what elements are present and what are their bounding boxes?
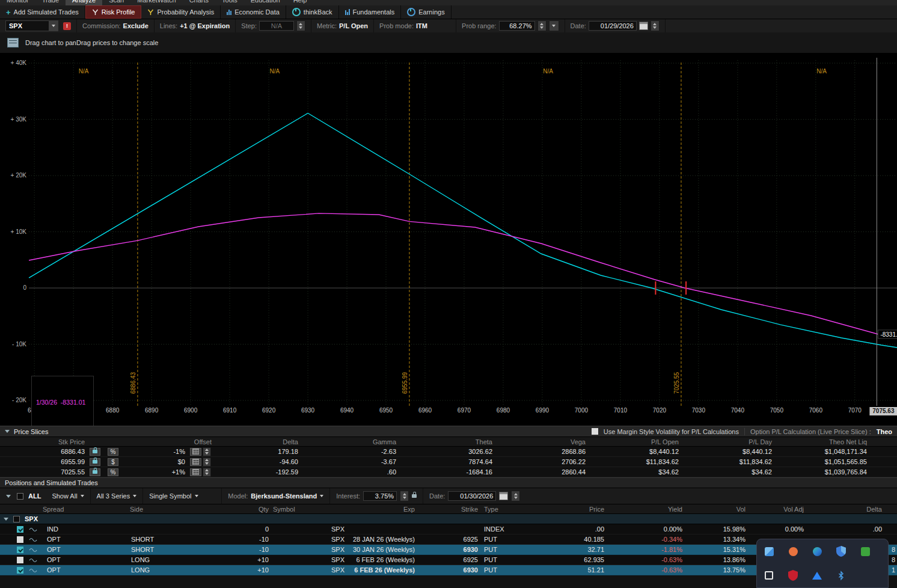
menu-item-marketwatch[interactable]: MarketWatch [130,0,182,5]
margin-style-volatility-checkbox[interactable] [592,428,598,435]
date-spinner[interactable] [651,20,660,31]
drive-triangle-icon[interactable] [811,569,823,581]
positions-date-input[interactable]: 01/30/2026 [448,491,496,501]
alert-icon[interactable]: ! [63,22,71,30]
windows-app-icon[interactable] [763,545,775,557]
green-app-icon[interactable] [859,545,871,557]
price-slice-row[interactable]: 7025.55 % +1% -192.59 .60 -1684.16 2860.… [0,467,897,477]
prob-mode-group[interactable]: Prob mode: ITM [374,19,456,32]
interest-spinner[interactable] [400,491,409,501]
step-spinner[interactable] [296,20,305,31]
prob-range-input[interactable]: 68.27% [499,21,535,31]
slice-unit-toggle-button[interactable]: % [108,448,118,456]
collapse-arrow[interactable] [4,518,8,521]
positions-date-spinner[interactable] [511,491,520,501]
wave-icon[interactable] [29,547,37,553]
interest-input[interactable]: 3.75% [363,491,397,501]
wave-icon[interactable] [29,527,37,532]
chart-settings-icon[interactable] [7,38,19,47]
metric-group[interactable]: Metric: P/L Open [311,19,374,32]
interest-lock-icon[interactable] [412,494,417,498]
cell-side: LONG [124,556,193,563]
col-gamma: Gamma [301,438,399,446]
probability-analysis-tab[interactable]: Probability Analysis [141,5,221,19]
slice-offset-spinner[interactable] [203,458,211,467]
menu-item-scan[interactable]: Scan [102,0,130,5]
slice-calculator-button[interactable] [190,468,201,476]
lines-group[interactable]: Lines: +1 @ Expiration [155,19,236,32]
menu-item-charts[interactable]: Charts [183,0,215,5]
all-checkbox[interactable] [17,493,23,500]
slice-calculator-button[interactable] [190,458,201,466]
step-input[interactable]: N/A [259,21,294,31]
earnings-tab[interactable]: Earnings [401,5,451,19]
cell-delta: .00 [807,525,897,533]
symbol-combo[interactable]: SPX [5,20,58,31]
security-shield-icon[interactable] [835,545,847,557]
show-all-dropdown[interactable]: Show All [46,488,90,504]
divider [744,428,745,435]
slice-delta: -94.60 [214,458,301,465]
risk-profile-tab[interactable]: Risk Profile [85,5,142,19]
row-checkbox[interactable] [17,536,23,543]
row-checkbox[interactable] [17,557,23,563]
notes-app-icon[interactable] [763,569,775,581]
add-simulated-trades-button[interactable]: + Add Simulated Trades [0,5,85,19]
menu-item-help[interactable]: Help [287,0,314,5]
commission-group[interactable]: Commission: Exclude [77,19,155,32]
wave-icon[interactable] [29,568,37,573]
symbol-group: SPX ! [0,19,77,32]
collapse-arrow[interactable] [5,430,10,433]
slice-unit-toggle-button[interactable]: $ [108,458,118,466]
orange-browser-icon[interactable] [787,545,799,557]
col-qty: Qty [193,506,271,513]
svg-text:6910: 6910 [223,407,237,414]
calendar-icon[interactable] [639,22,648,30]
slice-offset-spinner[interactable] [203,447,211,456]
row-checkbox[interactable] [17,567,23,574]
series-dropdown[interactable]: All 3 Series [91,488,144,504]
position-row[interactable]: IND 0 SPX INDEX .00 0.00% 15.98% 0.00% .… [0,524,897,534]
red-shield-icon[interactable] [787,569,799,581]
menu-item-analyze[interactable]: Analyze [66,0,102,5]
slice-calculator-button[interactable] [190,448,201,456]
thinkback-tab[interactable]: thinkBack [286,5,339,19]
slice-theo-net-liq: $1,039,765.84 [774,468,869,476]
price-slice-row[interactable]: 6886.43 % -1% 179.18 -2.63 3026.62 2868.… [0,447,897,457]
prob-range-spinner[interactable] [537,20,546,31]
menu-item-monitor[interactable]: Monitor [0,0,35,5]
menu-item-tools[interactable]: Tools [215,0,244,5]
risk-profile-chart[interactable]: + 40K+ 30K+ 20K+ 10K0- 10K- 20K6886.4369… [0,53,897,426]
price-slice-row[interactable]: 6955.99 $ $0 -94.60 -3.67 7874.64 2706.2… [0,457,897,467]
economic-data-tab[interactable]: Economic Data [221,5,286,19]
menu-item-education[interactable]: Education [244,0,287,5]
bluetooth-icon[interactable] [835,569,847,581]
slice-lock-button[interactable] [90,448,100,456]
row-checkbox[interactable] [17,547,23,553]
slice-lock-button[interactable] [90,468,100,476]
fundamentals-tab[interactable]: Fundamentals [339,5,402,19]
prob-range-dropdown-button[interactable] [549,20,559,31]
wave-icon[interactable] [29,557,37,563]
wave-icon[interactable] [29,537,37,542]
symbol-mode-dropdown[interactable]: Single Symbol [143,488,222,504]
model-dropdown[interactable]: Model: Bjerksund-Stensland [222,488,330,504]
symbol-group-row[interactable]: SPX [0,514,897,524]
symbol-dropdown-button[interactable] [49,21,58,31]
date-input[interactable]: 01/29/2026 [589,21,637,31]
calendar-icon[interactable] [499,492,508,500]
edge-browser-icon[interactable] [811,545,823,557]
slice-offset: -1% [123,448,188,455]
slice-lock-button[interactable] [90,458,100,466]
slice-unit-toggle-button[interactable]: % [108,468,118,476]
slice-offset-spinner[interactable] [203,468,211,477]
row-checkbox[interactable] [17,526,23,533]
menu-item-trade[interactable]: Trade [35,0,66,5]
collapse-arrow[interactable] [6,495,11,498]
cell-symbol: SPX [271,556,346,563]
pl-calc-value[interactable]: Theo [877,428,892,435]
cell-vol: 15.31% [685,546,748,553]
symbol-value: SPX [6,22,49,29]
svg-text:6960: 6960 [418,407,432,414]
group-checkbox[interactable] [13,516,20,522]
